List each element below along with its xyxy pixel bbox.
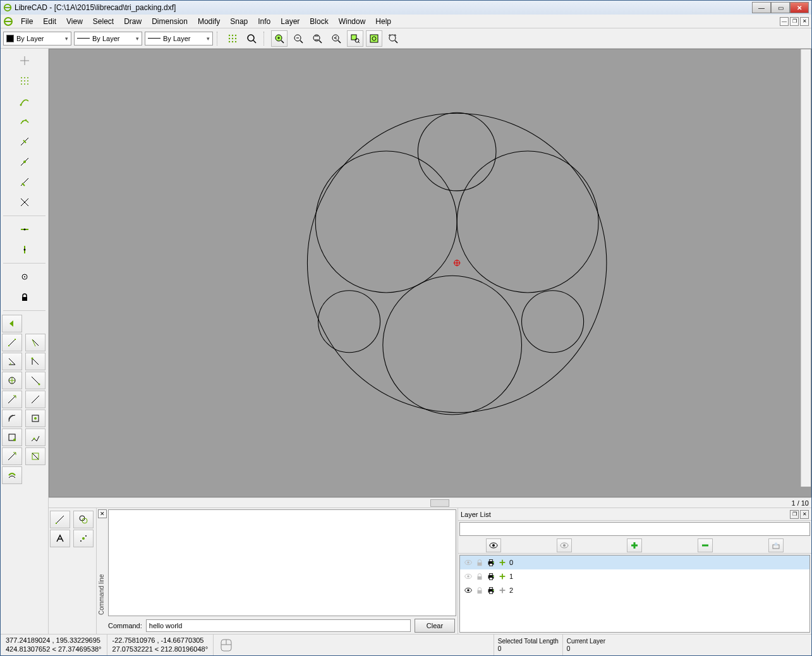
tool-trim-icon[interactable] <box>25 447 45 465</box>
vertical-scrollbar[interactable] <box>801 49 811 487</box>
scrollbar-thumb[interactable] <box>430 499 449 507</box>
zoom-redraw-icon[interactable] <box>243 30 260 47</box>
layer-undock-icon[interactable]: ❐ <box>790 510 799 519</box>
snap-center-icon[interactable] <box>15 132 34 151</box>
command-input[interactable] <box>146 619 411 632</box>
svg-line-81 <box>32 453 39 459</box>
tool-scale-icon[interactable] <box>25 428 45 446</box>
layer-row[interactable]: 2 <box>460 583 809 597</box>
menu-edit[interactable]: Edit <box>38 16 61 27</box>
menu-help[interactable]: Help <box>370 16 396 27</box>
tool-circle-icon[interactable] <box>2 372 22 389</box>
menu-block[interactable]: Block <box>305 16 333 27</box>
layer-row[interactable]: 0 <box>460 556 809 569</box>
grid-toggle-icon[interactable] <box>224 30 241 47</box>
tool-polyline-icon[interactable] <box>2 391 22 408</box>
tool-hatch-icon[interactable] <box>73 511 94 528</box>
color-combo[interactable]: By Layer <box>3 32 71 46</box>
drawing-canvas[interactable] <box>49 49 811 497</box>
titlebar[interactable]: LibreCAD - [C:\1A\2015\librecad\tri_pack… <box>1 1 811 15</box>
layer-construction-icon[interactable] <box>498 586 507 595</box>
snap-grid-icon[interactable] <box>15 71 34 90</box>
snap-on-entity-icon[interactable] <box>15 112 34 131</box>
tool-line-icon[interactable] <box>2 334 22 351</box>
tool-spline-icon[interactable] <box>25 391 45 408</box>
maximize-button[interactable]: ▭ <box>771 2 790 13</box>
layer-hide-all-icon[interactable] <box>557 538 572 552</box>
tool-point-icon[interactable] <box>73 530 94 547</box>
lock-relative-zero-icon[interactable] <box>15 288 34 307</box>
layer-print-icon[interactable] <box>487 558 495 567</box>
layer-list-header[interactable]: Layer List ❐ ✕ <box>458 508 811 521</box>
command-log[interactable] <box>108 509 456 616</box>
tool-offset-icon[interactable] <box>2 466 22 484</box>
menu-select[interactable]: Select <box>88 16 119 27</box>
command-clear-button[interactable]: Clear <box>415 619 455 633</box>
close-button[interactable]: ✕ <box>790 2 809 13</box>
tool-ellipse-icon[interactable] <box>25 372 45 389</box>
zoom-in-icon[interactable] <box>271 30 288 47</box>
command-close-icon[interactable]: ✕ <box>98 509 107 518</box>
snap-intersection-icon[interactable] <box>15 193 34 212</box>
zoom-window-icon[interactable] <box>347 30 363 47</box>
layer-lock-icon[interactable] <box>475 586 484 595</box>
menu-modify[interactable]: Modify <box>193 16 225 27</box>
tool-angle-icon[interactable] <box>2 353 22 370</box>
mdi-close[interactable]: ✕ <box>800 17 809 26</box>
menu-window[interactable]: Window <box>334 16 371 27</box>
linetype-combo[interactable]: By Layer <box>145 32 213 46</box>
zoom-out-icon[interactable] <box>290 30 306 47</box>
zoom-auto-icon[interactable] <box>309 30 325 47</box>
tool-back-icon[interactable] <box>2 315 22 332</box>
layer-lock-icon[interactable] <box>475 572 484 581</box>
zoom-previous-icon[interactable] <box>328 30 344 47</box>
zoom-extents-icon[interactable] <box>385 30 401 47</box>
restrict-horizontal-icon[interactable] <box>15 220 34 239</box>
restrict-vertical-icon[interactable] <box>15 240 34 259</box>
layer-filter-input[interactable] <box>459 522 810 536</box>
layer-print-icon[interactable] <box>487 586 495 595</box>
tool-dimension-icon[interactable] <box>50 511 70 528</box>
layer-visible-icon[interactable] <box>464 586 473 595</box>
snap-endpoint-icon[interactable] <box>15 92 34 111</box>
layer-construction-icon[interactable] <box>498 572 507 581</box>
menu-file[interactable]: File <box>16 16 38 27</box>
layer-remove-icon[interactable] <box>698 538 713 552</box>
layer-edit-icon[interactable] <box>768 538 784 552</box>
menu-view[interactable]: View <box>61 16 88 27</box>
snap-middle-icon[interactable] <box>15 152 34 171</box>
tool-mirror-icon[interactable] <box>2 447 22 465</box>
tool-arc-icon[interactable] <box>25 353 45 370</box>
tool-parallel-icon[interactable] <box>2 410 22 427</box>
main-area: 1 / 10 ✕ Command line <box>1 49 811 634</box>
menu-info[interactable]: Info <box>253 16 276 27</box>
layer-add-icon[interactable] <box>627 538 642 552</box>
layer-print-icon[interactable] <box>487 572 495 581</box>
layer-visible-icon[interactable] <box>464 572 473 581</box>
relative-zero-icon[interactable] <box>15 267 34 286</box>
snap-distance-icon[interactable] <box>15 173 34 191</box>
snap-free-icon[interactable] <box>15 51 34 70</box>
layer-close-icon[interactable]: ✕ <box>800 510 809 519</box>
tool-rotate-icon[interactable] <box>2 428 22 446</box>
tool-move-icon[interactable] <box>25 410 45 427</box>
menu-draw[interactable]: Draw <box>119 16 147 27</box>
mdi-restore[interactable]: ❐ <box>790 17 799 26</box>
svg-point-83 <box>418 112 496 191</box>
tool-text-icon[interactable] <box>50 530 70 547</box>
layer-visible-icon[interactable] <box>464 558 473 567</box>
layer-construction-icon[interactable] <box>498 558 507 567</box>
menu-snap[interactable]: Snap <box>225 16 253 27</box>
linewidth-combo[interactable]: By Layer <box>74 32 142 46</box>
tool-line2-icon[interactable] <box>25 334 45 351</box>
menu-dimension[interactable]: Dimension <box>147 16 193 27</box>
layer-lock-icon[interactable] <box>475 558 484 567</box>
minimize-button[interactable]: — <box>752 2 771 13</box>
layer-show-all-icon[interactable] <box>486 538 501 552</box>
layer-row[interactable]: 1 <box>460 569 809 583</box>
menu-layer[interactable]: Layer <box>276 16 305 27</box>
horizontal-scrollbar[interactable]: 1 / 10 <box>49 497 811 507</box>
layer-list[interactable]: 012 <box>459 555 810 633</box>
zoom-pan-icon[interactable] <box>366 30 382 47</box>
mdi-minimize[interactable]: — <box>780 17 789 26</box>
